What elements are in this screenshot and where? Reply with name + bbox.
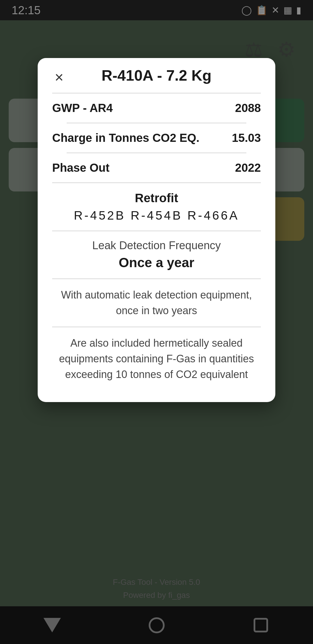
phase-out-row: Phase Out 2022 [52, 153, 261, 182]
charge-value: 15.03 [232, 131, 261, 144]
gwp-label: GWP - AR4 [52, 102, 113, 115]
leak-value: Once a year [52, 255, 261, 270]
info-text-2: Are also included hermetically sealed eq… [55, 335, 258, 382]
leak-section: Leak Detection Frequency Once a year [38, 231, 275, 278]
gwp-row: GWP - AR4 2088 [52, 93, 261, 123]
info-section-2: Are also included hermetically sealed eq… [38, 327, 275, 390]
info-text-1: With automatic leak detection equipment,… [55, 287, 258, 319]
info-section-1: With automatic leak detection equipment,… [38, 279, 275, 327]
retrofit-title: Retrofit [52, 191, 261, 205]
modal-dialog: × R-410A - 7.2 Kg GWP - AR4 2088 Charge … [38, 58, 275, 402]
phase-out-label: Phase Out [52, 161, 110, 174]
gwp-value: 2088 [235, 102, 261, 115]
retrofit-section: Retrofit R-452B R-454B R-466A [38, 183, 275, 231]
charge-label: Charge in Tonnes CO2 EQ. [52, 131, 199, 144]
close-button[interactable]: × [50, 68, 68, 86]
charge-row: Charge in Tonnes CO2 EQ. 15.03 [52, 123, 261, 153]
data-section: GWP - AR4 2088 Charge in Tonnes CO2 EQ. … [38, 93, 275, 182]
retrofit-values: R-452B R-454B R-466A [52, 209, 261, 222]
modal-overlay: × R-410A - 7.2 Kg GWP - AR4 2088 Charge … [0, 0, 313, 644]
modal-title: R-410A - 7.2 Kg [38, 58, 275, 93]
close-icon: × [55, 70, 63, 85]
phase-out-value: 2022 [235, 161, 261, 174]
leak-label: Leak Detection Frequency [52, 239, 261, 252]
